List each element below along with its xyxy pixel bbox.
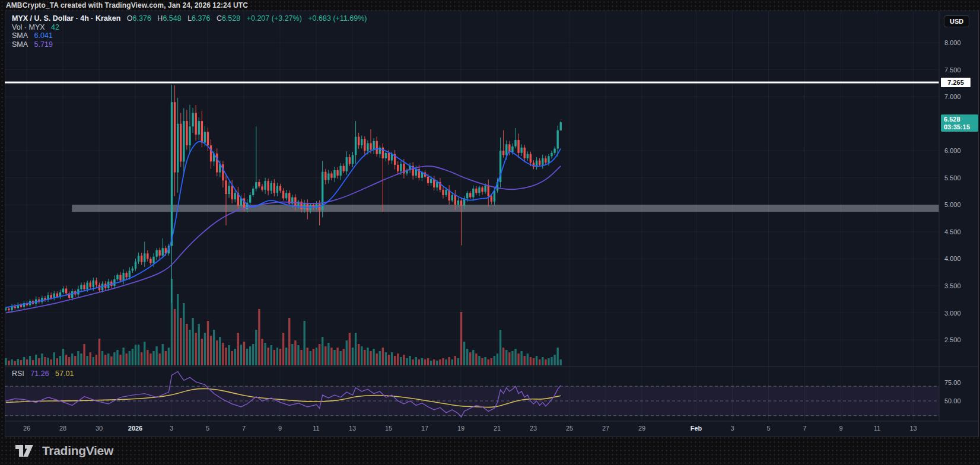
tradingview-logo-icon [15,442,37,459]
rsi-value: 71.26 [30,370,49,378]
price-axis-label: 6.000 [944,146,961,155]
price-axis-label: 2.500 [944,336,961,344]
time-axis-label: 23 [530,425,537,432]
change2-absolute: +0.683 [308,14,331,23]
legend-sma-fast-row[interactable]: SMA 6.041 [12,31,367,40]
price-axis-label: 5.500 [944,174,961,182]
time-axis-label: 11 [313,425,319,432]
legend-volume-row[interactable]: Vol · MYX 42 [12,23,367,32]
time-axis-label: Feb [691,425,702,432]
time-axis-label: 27 [602,425,609,432]
volume-value: 42 [51,23,59,31]
rsi-ma-value: 57.01 [55,370,74,378]
ohlc-open-label: O [127,14,133,23]
price-axis-label: 5.000 [944,200,961,209]
price-axis-label: 8.000 [944,39,961,47]
ohlc-close-value: 6.528 [222,14,240,23]
symbol-title: MYX / U. S. Dollar · 4h · Kraken [12,14,120,23]
time-axis-label: 15 [385,425,392,432]
time-axis-label: 9 [839,425,842,432]
time-axis-label: 30 [96,425,103,432]
volume-label: Vol · MYX [12,23,45,31]
time-axis-label: 17 [421,425,428,432]
change-absolute: +0.207 [247,14,270,23]
price-axis-label: 7.000 [944,93,961,101]
time-axis-label: 29 [638,425,645,432]
candle-countdown: 03:35:15 [944,123,978,131]
change-percent: (+3.27%) [272,14,302,23]
legend-sma-slow-row[interactable]: SMA 5.719 [12,40,367,49]
ohlc-open-value: 6.376 [133,14,151,23]
ohlc-low-value: 6.376 [192,14,210,23]
time-axis-label: 13 [909,425,917,432]
time-axis-label: 5 [766,425,770,432]
rsi-axis-label: 50.00 [944,397,961,405]
ohlc-close-label: C [217,14,222,23]
rsi-label: RSI [12,370,24,378]
legend-rsi-row[interactable]: RSI 71.26 57.01 [12,370,74,378]
price-axis-label: 3.000 [944,309,961,317]
time-axis-label: 9 [278,425,282,432]
time-axis-label: 28 [59,425,66,432]
sma-slow-value: 5.719 [34,40,53,49]
chart-legend: MYX / U. S. Dollar · 4h · Kraken O6.376 … [12,14,367,49]
price-axis-label: 7.500 [944,66,961,74]
time-axis-label: 21 [494,425,501,432]
last-price-label: 6.528 03:35:15 [941,114,978,132]
price-axis-label: 4.000 [944,254,961,263]
time-axis-label: 25 [566,425,573,432]
price-axis-label: 4.500 [944,228,961,236]
currency-usd-button[interactable]: USD [944,15,969,27]
bottom-bar: TradingView [0,437,980,465]
last-price-value: 6.528 [944,116,978,123]
time-axis-label: 26 [23,425,30,432]
time-axis-label: 5 [206,425,209,432]
tradingview-logo-text: TradingView [42,444,113,458]
time-axis-label: 2026 [128,425,142,432]
sma-fast-label: SMA [12,31,28,40]
legend-symbol-row[interactable]: MYX / U. S. Dollar · 4h · Kraken O6.376 … [12,14,367,23]
time-axis-label: 3 [170,425,173,432]
attribution-text: AMBCrypto_TA created with TradingView.co… [6,1,248,10]
sma-fast-value: 6.041 [34,31,53,40]
chart-card [5,11,979,437]
time-axis-label: 13 [349,425,356,432]
time-axis-label: 7 [803,425,806,432]
time-axis-label: 11 [874,425,880,432]
sma-slow-label: SMA [12,40,28,49]
tradingview-logo[interactable]: TradingView [15,442,113,459]
time-axis-label: 7 [242,425,246,432]
change2-percent: (+11.69%) [333,14,367,23]
ohlc-high-value: 6.548 [163,14,181,23]
price-axis-label: 3.500 [944,282,961,290]
time-axis-label: 19 [457,425,464,432]
rsi-axis-label: 75.00 [944,378,961,387]
resistance-price-label: 7.265 [941,78,971,87]
time-axis-label: 3 [730,425,734,432]
